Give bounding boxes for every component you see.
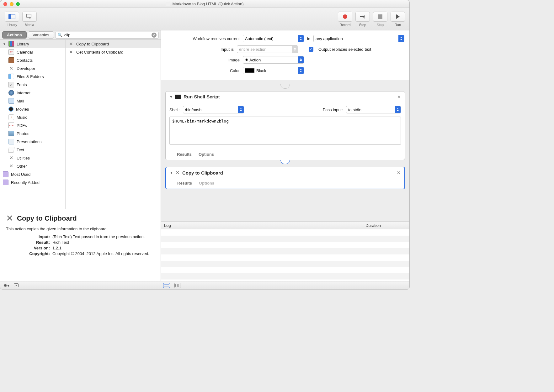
action-run-shell-script[interactable]: ▼ Run Shell Script ✕ Shell: /bin/bash Pa…	[165, 91, 405, 160]
action-results-list[interactable]: ✕Copy to Clipboard ✕Get Contents of Clip…	[66, 40, 161, 209]
mail-icon	[8, 98, 14, 104]
disclosure-triangle-icon[interactable]: ▼	[169, 95, 173, 99]
gear-icon: ✸	[245, 58, 248, 62]
disclosure-triangle-icon[interactable]: ▼	[3, 42, 6, 46]
record-label: Record	[339, 23, 350, 27]
smart-most-used[interactable]: Most Used	[0, 170, 65, 178]
remove-action-button[interactable]: ✕	[397, 94, 401, 99]
action-row-get-contents[interactable]: ✕Get Contents of Clipboard	[66, 48, 161, 56]
record-icon	[343, 14, 347, 19]
category-utilities[interactable]: ✕Utilities	[0, 154, 65, 162]
category-fonts[interactable]: AFonts	[0, 81, 65, 89]
presentations-icon	[8, 139, 14, 144]
category-movies[interactable]: Movies	[0, 105, 65, 113]
category-developer[interactable]: ✕Developer	[0, 64, 65, 72]
workflow-input-header: Workflow receives current Automatic (tex…	[161, 30, 409, 80]
utilities-icon: ✕	[176, 170, 180, 175]
library-toggle-button[interactable]	[5, 12, 19, 22]
workflow-view-list-button[interactable]	[163, 283, 170, 288]
record-button[interactable]	[338, 12, 352, 22]
duration-column-header[interactable]: Duration	[362, 222, 409, 229]
media-icon: ♫	[26, 14, 33, 19]
tab-actions[interactable]: Actions	[2, 31, 27, 39]
music-icon: ♪	[8, 114, 14, 120]
remove-action-button[interactable]: ✕	[397, 170, 401, 175]
action-info-panel: ✕ Copy to Clipboard This action copies t…	[0, 209, 161, 281]
search-field[interactable]: 🔍 ✕	[55, 32, 159, 39]
library-label: Library	[7, 23, 17, 27]
category-presentations[interactable]: Presentations	[0, 138, 65, 146]
run-button[interactable]	[391, 12, 405, 22]
developer-icon: ✕	[8, 65, 14, 71]
toolbar: Library ♫ Media Record Step Stop Run	[0, 8, 409, 30]
log-panel: Log Duration	[161, 222, 409, 281]
sidebar-icon	[8, 14, 15, 19]
workflow-pane: Workflow receives current Automatic (tex…	[161, 30, 409, 281]
workflow-canvas[interactable]: ▼ Run Shell Script ✕ Shell: /bin/bash Pa…	[161, 80, 409, 222]
step-button[interactable]	[355, 12, 370, 22]
input-is-label: Input is	[221, 47, 234, 52]
info-description: This action copies the given information…	[6, 227, 156, 231]
options-tab[interactable]: Options	[199, 152, 214, 157]
category-list[interactable]: ▼ Library 17Calendar Contacts ✕Developer…	[0, 40, 66, 209]
category-calendar[interactable]: 17Calendar	[0, 48, 65, 56]
category-other[interactable]: ✕Other	[0, 162, 65, 170]
window-title: Markdown to Blog HTML (Quick Action)	[172, 2, 243, 6]
pass-input-label: Pass input:	[323, 107, 343, 112]
category-music[interactable]: ♪Music	[0, 113, 65, 121]
results-tab[interactable]: Results	[177, 181, 192, 186]
action-large-icon: ✕	[6, 213, 13, 223]
receives-select[interactable]: Automatic (text)	[243, 35, 304, 42]
action-row-copy[interactable]: ✕Copy to Clipboard	[66, 40, 161, 48]
in-label: in	[307, 36, 310, 41]
log-toggle-button[interactable]: ▾	[14, 283, 19, 287]
movies-icon	[8, 107, 13, 112]
terminal-icon	[175, 95, 181, 99]
action-icon: ✕	[68, 49, 74, 55]
smart-folder-icon	[3, 171, 8, 177]
calendar-icon: 17	[8, 49, 14, 55]
stop-button[interactable]	[373, 12, 387, 22]
tab-variables[interactable]: Variables	[28, 31, 54, 39]
category-internet[interactable]: Internet	[0, 89, 65, 97]
application-select[interactable]: any application	[313, 35, 404, 42]
category-contacts[interactable]: Contacts	[0, 56, 65, 64]
clear-search-button[interactable]: ✕	[152, 33, 157, 38]
shell-select[interactable]: /bin/bash	[183, 106, 244, 113]
output-replaces-checkbox[interactable]: ✓	[309, 47, 313, 52]
svg-text:♫: ♫	[29, 16, 31, 19]
smart-recently-added[interactable]: Recently Added	[0, 178, 65, 186]
stop-label: Stop	[377, 23, 384, 27]
category-photos[interactable]: Photos	[0, 129, 65, 138]
category-mail[interactable]: Mail	[0, 97, 65, 105]
script-textarea[interactable]	[169, 117, 401, 145]
log-rows[interactable]	[161, 229, 409, 281]
fonts-icon: A	[8, 82, 14, 87]
search-input[interactable]	[64, 33, 150, 37]
image-select[interactable]: ✸ Action	[243, 56, 304, 64]
workflow-view-column-button[interactable]	[174, 283, 181, 288]
log-header: Log Duration	[161, 222, 409, 229]
disclosure-triangle-icon[interactable]: ▼	[170, 171, 173, 175]
pdf-icon: PDF	[8, 123, 14, 128]
category-files[interactable]: Files & Folders	[0, 72, 65, 81]
color-swatch	[245, 68, 254, 73]
shell-label: Shell:	[169, 107, 180, 112]
globe-icon	[8, 90, 14, 96]
results-tab[interactable]: Results	[177, 152, 192, 157]
color-select[interactable]: Black	[243, 67, 304, 74]
info-title: Copy to Clipboard	[17, 214, 77, 222]
action-copy-to-clipboard[interactable]: ▼ ✕ Copy to Clipboard ✕ Results Options	[165, 167, 405, 189]
other-icon: ✕	[8, 163, 14, 169]
finder-icon	[8, 74, 14, 79]
stop-icon	[378, 14, 382, 19]
media-button[interactable]: ♫	[22, 12, 37, 22]
pass-input-select[interactable]: to stdin	[346, 106, 401, 113]
log-column-header[interactable]: Log	[161, 222, 362, 229]
input-connector	[280, 84, 290, 89]
settings-menu-button[interactable]: ✸▾	[3, 283, 9, 288]
category-text[interactable]: Text	[0, 146, 65, 154]
category-pdfs[interactable]: PDFPDFs	[0, 121, 65, 129]
library-root-row[interactable]: ▼ Library	[0, 40, 65, 48]
step-icon	[360, 14, 366, 19]
